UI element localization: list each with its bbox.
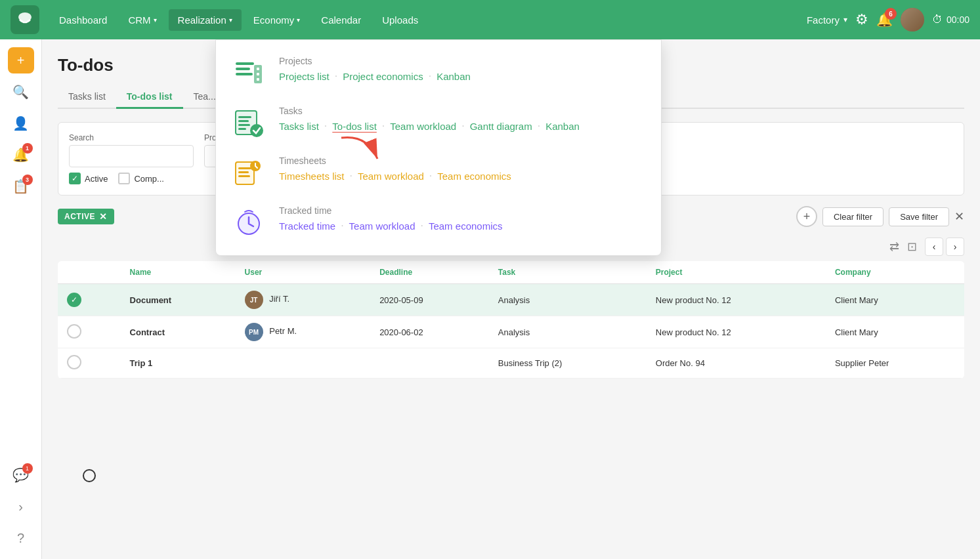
projects-content: Projects Projects list · Project economi…	[279, 56, 645, 82]
todos-list-link[interactable]: To-dos list	[332, 121, 377, 132]
tasks-title: Tasks	[279, 106, 645, 116]
projects-links: Projects list · Project economics · Kanb…	[279, 70, 645, 82]
project-economics-link[interactable]: Project economics	[343, 71, 423, 82]
svg-rect-11	[238, 124, 250, 126]
svg-rect-9	[238, 116, 251, 118]
notifications-button[interactable]: 🔔 6	[876, 12, 893, 28]
tasks-links: Tasks list · To-dos list · Team workload…	[279, 120, 645, 132]
nav-calendar[interactable]: Calendar	[312, 9, 370, 31]
nav-right: Factory ▾ ⚙ 🔔 6 ⏱ 00:00	[807, 8, 969, 31]
timesheets-title: Timesheets	[279, 155, 645, 166]
svg-rect-17	[238, 175, 250, 177]
tracked-time-link[interactable]: Tracked time	[279, 220, 335, 232]
gantt-diagram-link[interactable]: Gantt diagram	[470, 121, 532, 132]
tracked-time-section: Tracked time Tracked time · Team workloa…	[232, 205, 645, 239]
realization-arrow-icon: ▾	[229, 16, 232, 24]
economy-arrow-icon: ▾	[297, 16, 300, 24]
nav-dashboard[interactable]: Dashboard	[50, 9, 116, 31]
svg-rect-3	[236, 73, 253, 75]
nav-uploads[interactable]: Uploads	[373, 9, 427, 31]
timesheets-list-link[interactable]: Timesheets list	[279, 171, 344, 182]
svg-rect-12	[238, 128, 246, 130]
timer-display[interactable]: ⏱ 00:00	[932, 14, 969, 26]
nav-economy[interactable]: Economy ▾	[244, 9, 310, 31]
svg-rect-6	[257, 73, 259, 75]
nav-items: Dashboard CRM ▾ Realization ▾ Economy ▾ …	[50, 9, 807, 31]
timesheets-team-economics-link[interactable]: Team economics	[437, 171, 511, 182]
timesheets-section: Timesheets Timesheets list · Team worklo…	[232, 155, 645, 190]
svg-rect-16	[238, 171, 249, 173]
tasks-team-workload-link[interactable]: Team workload	[390, 121, 456, 132]
timesheets-content: Timesheets Timesheets list · Team worklo…	[279, 155, 645, 182]
tracked-links: Tracked time · Team workload · Team econ…	[279, 220, 645, 232]
svg-rect-7	[257, 78, 259, 81]
tracked-time-title: Tracked time	[279, 205, 645, 216]
factory-dropdown[interactable]: Factory ▾	[807, 14, 847, 26]
tasks-list-link[interactable]: Tasks list	[279, 121, 319, 132]
timesheets-team-workload-link[interactable]: Team workload	[358, 171, 424, 182]
svg-rect-2	[236, 68, 250, 70]
tasks-icon	[232, 106, 266, 140]
svg-rect-1	[236, 62, 254, 65]
tracked-time-icon	[232, 205, 266, 239]
svg-rect-5	[257, 68, 259, 70]
factory-arrow-icon: ▾	[843, 15, 847, 24]
tracked-team-economics-link[interactable]: Team economics	[429, 220, 503, 232]
tasks-content: Tasks Tasks list · To-dos list · Team wo…	[279, 106, 645, 132]
nav-realization[interactable]: Realization ▾	[169, 9, 242, 31]
projects-icon	[232, 56, 266, 90]
svg-rect-15	[238, 167, 251, 169]
nav-crm[interactable]: CRM ▾	[119, 9, 165, 31]
tasks-section: Tasks Tasks list · To-dos list · Team wo…	[232, 106, 645, 140]
app-logo[interactable]	[11, 5, 39, 34]
projects-list-link[interactable]: Projects list	[279, 71, 330, 82]
crm-arrow-icon: ▾	[154, 16, 157, 24]
svg-rect-10	[238, 120, 249, 122]
realization-dropdown: Projects Projects list · Project economi…	[215, 39, 662, 256]
projects-section: Projects Projects list · Project economi…	[232, 56, 645, 90]
projects-kanban-link[interactable]: Kanban	[437, 71, 471, 82]
user-avatar[interactable]	[901, 8, 924, 31]
top-navigation: Dashboard CRM ▾ Realization ▾ Economy ▾ …	[0, 0, 980, 39]
tracked-time-content: Tracked time Tracked time · Team workloa…	[279, 205, 645, 232]
tracked-team-workload-link[interactable]: Team workload	[349, 220, 415, 232]
svg-point-13	[250, 124, 263, 137]
tasks-kanban-link[interactable]: Kanban	[545, 121, 580, 132]
settings-button[interactable]: ⚙	[855, 11, 868, 28]
timesheets-links: Timesheets list · Team workload · Team e…	[279, 170, 645, 182]
notification-badge: 6	[885, 8, 897, 20]
timesheets-icon	[232, 155, 266, 190]
projects-title: Projects	[279, 56, 645, 66]
